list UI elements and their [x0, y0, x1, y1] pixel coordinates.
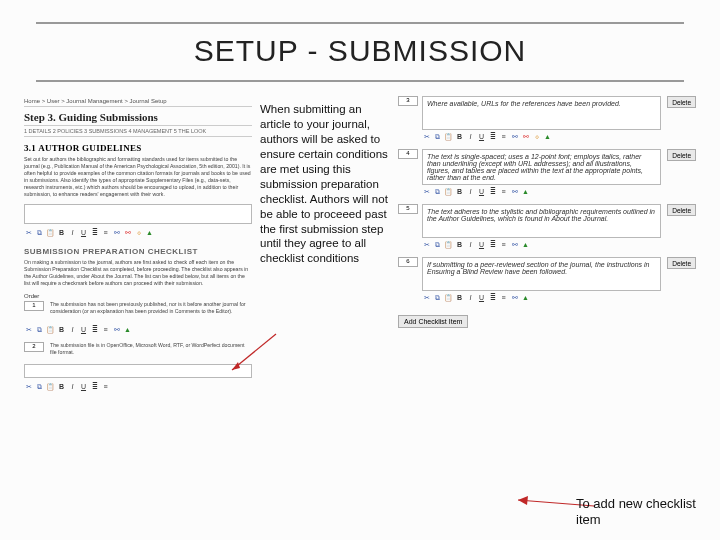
copy-icon[interactable]: ⧉ [433, 240, 442, 249]
bullets-icon[interactable]: ≣ [488, 240, 497, 249]
editor-toolbar: ✂ ⧉ 📋 B I U ≣ ≡ ⚯ ▲ [24, 323, 252, 336]
step-heading: Step 3. Guiding Submissions [24, 111, 252, 123]
copy-icon[interactable]: ⧉ [433, 187, 442, 196]
copy-icon[interactable]: ⧉ [35, 325, 44, 334]
html-icon[interactable]: ⟐ [532, 132, 541, 141]
paste-icon[interactable]: 📋 [444, 240, 453, 249]
checklist-item-editor[interactable]: The text adheres to the stylistic and bi… [422, 204, 661, 238]
bold-icon[interactable]: B [455, 132, 464, 141]
italic-icon[interactable]: I [68, 325, 77, 334]
checklist-item-editor[interactable]: If submitting to a peer-reviewed section… [422, 257, 661, 291]
bullets-icon[interactable]: ≣ [90, 325, 99, 334]
underline-icon[interactable]: U [79, 325, 88, 334]
delete-button[interactable]: Delete [667, 149, 696, 161]
delete-button[interactable]: Delete [667, 204, 696, 216]
italic-icon[interactable]: I [68, 382, 77, 391]
underline-icon[interactable]: U [477, 293, 486, 302]
paste-icon[interactable]: 📋 [444, 293, 453, 302]
underline-icon[interactable]: U [477, 132, 486, 141]
numbered-icon[interactable]: ≡ [499, 240, 508, 249]
numbered-icon[interactable]: ≡ [101, 325, 110, 334]
title-bar: SETUP - SUBMISSION [36, 22, 684, 82]
checklist-item-text: The submission file is in OpenOffice, Mi… [50, 342, 252, 356]
numbered-icon[interactable]: ≡ [101, 228, 110, 237]
cut-icon[interactable]: ✂ [24, 228, 33, 237]
link-icon[interactable]: ⚯ [510, 187, 519, 196]
bullets-icon[interactable]: ≣ [488, 293, 497, 302]
bullets-icon[interactable]: ≣ [90, 382, 99, 391]
italic-icon[interactable]: I [466, 132, 475, 141]
bullets-icon[interactable]: ≣ [488, 132, 497, 141]
bullets-icon[interactable]: ≣ [488, 187, 497, 196]
cut-icon[interactable]: ✂ [422, 240, 431, 249]
paste-icon[interactable]: 📋 [46, 382, 55, 391]
numbered-icon[interactable]: ≡ [499, 132, 508, 141]
bold-icon[interactable]: B [455, 240, 464, 249]
numbered-icon[interactable]: ≡ [499, 293, 508, 302]
image-icon[interactable]: ▲ [145, 228, 154, 237]
numbered-icon[interactable]: ≡ [499, 187, 508, 196]
add-checklist-item-button[interactable]: Add Checklist Item [398, 315, 468, 328]
underline-icon[interactable]: U [79, 382, 88, 391]
unlink-icon[interactable]: ⚯ [123, 228, 132, 237]
order-input[interactable]: 6 [398, 257, 418, 267]
copy-icon[interactable]: ⧉ [35, 382, 44, 391]
cut-icon[interactable]: ✂ [422, 132, 431, 141]
html-icon[interactable]: ⟐ [134, 228, 143, 237]
editor-toolbar: ✂ ⧉ 📋 B I U ≣ ≡ ⚯ ⚯ ⟐ ▲ [422, 130, 661, 143]
delete-button[interactable]: Delete [667, 257, 696, 269]
order-input[interactable]: 1 [24, 301, 44, 311]
underline-icon[interactable]: U [79, 228, 88, 237]
unlink-icon[interactable]: ⚯ [521, 132, 530, 141]
cut-icon[interactable]: ✂ [422, 187, 431, 196]
checklist-item: 3 Where available, URLs for the referenc… [398, 96, 696, 143]
author-guidelines-body: Set out for authors the bibliographic an… [24, 156, 252, 198]
underline-icon[interactable]: U [477, 187, 486, 196]
checklist-item-editor[interactable]: The text is single-spaced; uses a 12-poi… [422, 149, 661, 185]
order-input[interactable]: 3 [398, 96, 418, 106]
numbered-icon[interactable]: ≡ [101, 382, 110, 391]
copy-icon[interactable]: ⧉ [433, 132, 442, 141]
delete-button[interactable]: Delete [667, 96, 696, 108]
paste-icon[interactable]: 📋 [46, 228, 55, 237]
order-input[interactable]: 2 [24, 342, 44, 352]
cut-icon[interactable]: ✂ [24, 382, 33, 391]
image-icon[interactable]: ▲ [521, 240, 530, 249]
italic-icon[interactable]: I [466, 293, 475, 302]
spc-body: On making a submission to the journal, a… [24, 259, 252, 287]
paste-icon[interactable]: 📋 [444, 132, 453, 141]
paste-icon[interactable]: 📋 [46, 325, 55, 334]
checklist-item-editor[interactable] [24, 364, 252, 378]
checklist-item-editor[interactable]: Where available, URLs for the references… [422, 96, 661, 130]
bold-icon[interactable]: B [57, 228, 66, 237]
image-icon[interactable]: ▲ [521, 293, 530, 302]
cut-icon[interactable]: ✂ [24, 325, 33, 334]
copy-icon[interactable]: ⧉ [433, 293, 442, 302]
link-icon[interactable]: ⚯ [112, 228, 121, 237]
image-icon[interactable]: ▲ [543, 132, 552, 141]
italic-icon[interactable]: I [68, 228, 77, 237]
link-icon[interactable]: ⚯ [510, 132, 519, 141]
bold-icon[interactable]: B [57, 382, 66, 391]
callout-arrow-left [226, 330, 286, 380]
italic-icon[interactable]: I [466, 240, 475, 249]
link-icon[interactable]: ⚯ [510, 240, 519, 249]
bullets-icon[interactable]: ≣ [90, 228, 99, 237]
bold-icon[interactable]: B [57, 325, 66, 334]
cut-icon[interactable]: ✂ [422, 293, 431, 302]
copy-icon[interactable]: ⧉ [35, 228, 44, 237]
image-icon[interactable]: ▲ [521, 187, 530, 196]
underline-icon[interactable]: U [477, 240, 486, 249]
italic-icon[interactable]: I [466, 187, 475, 196]
order-input[interactable]: 5 [398, 204, 418, 214]
image-icon[interactable]: ▲ [123, 325, 132, 334]
bold-icon[interactable]: B [455, 293, 464, 302]
bold-icon[interactable]: B [455, 187, 464, 196]
link-icon[interactable]: ⚯ [112, 325, 121, 334]
order-input[interactable]: 4 [398, 149, 418, 159]
checklist-item-text: Where available, URLs for the references… [427, 100, 621, 107]
author-guidelines-editor[interactable] [24, 204, 252, 224]
paste-icon[interactable]: 📋 [444, 187, 453, 196]
link-icon[interactable]: ⚯ [510, 293, 519, 302]
editor-toolbar: ✂ ⧉ 📋 B I U ≣ ≡ [24, 380, 252, 393]
